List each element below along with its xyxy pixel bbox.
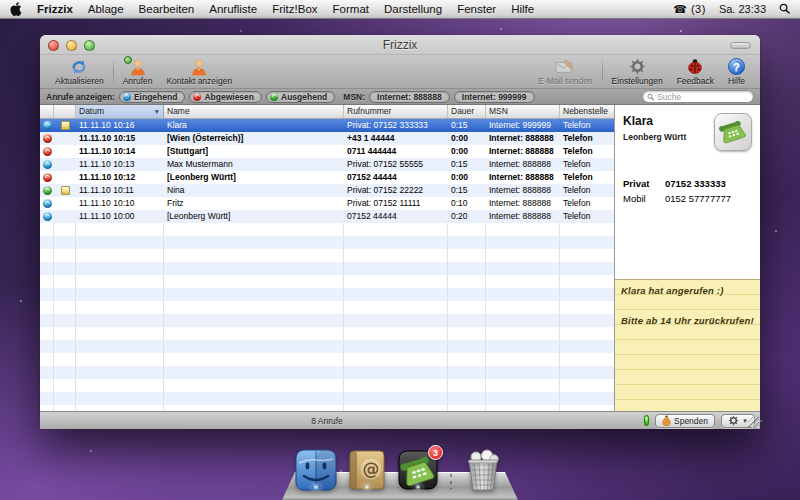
filter-ausgehend[interactable]: Ausgehend: [266, 91, 335, 103]
col-rufnummer[interactable]: Rufnummer: [344, 105, 448, 118]
show-contact-button[interactable]: Kontakt anzeigen: [159, 56, 239, 88]
rejected-call-icon: [43, 173, 52, 182]
dock-addressbook-icon[interactable]: @: [346, 449, 388, 491]
call-row[interactable]: 11.11.10 10:16KlaraPrivat: 07152 3333330…: [40, 119, 614, 132]
apple-menu-icon[interactable]: [10, 2, 22, 16]
filter-abgewiesen[interactable]: Abgewiesen: [189, 91, 262, 103]
call-person-icon: [127, 57, 149, 76]
email-icon: [554, 57, 576, 76]
rufnummer-cell: Privat: 07152 11111: [344, 197, 448, 210]
dock-frizzix-icon[interactable]: 3: [397, 449, 439, 491]
send-email-button[interactable]: E-Mail senden: [531, 56, 599, 88]
note-line: Klara hat angerufen :): [621, 284, 754, 299]
resize-grip[interactable]: [748, 417, 759, 428]
nebenstelle-cell: Telefon: [560, 210, 614, 223]
col-name[interactable]: Name: [164, 105, 344, 118]
dauer-cell: 0:10: [448, 197, 486, 210]
msn-filter-button[interactable]: Internet: 888888: [369, 91, 450, 103]
col-dauer[interactable]: Dauer: [448, 105, 486, 118]
frizzix-window: Frizzix Aktualisieren Anrufen Kontakt an…: [40, 35, 760, 429]
call-row[interactable]: 11.11.10 10:00[Leonberg Württ]07152 4444…: [40, 210, 614, 223]
table-header: Datum▼ Name Rufnummer Dauer MSN Nebenste…: [40, 105, 614, 119]
nebenstelle-cell: Telefon: [560, 171, 614, 184]
datum-cell: 11.11.10 10:13: [76, 158, 164, 171]
nebenstelle-cell: Telefon: [560, 119, 614, 132]
col-note-icon[interactable]: [54, 105, 76, 118]
menu-hilfe[interactable]: Hilfe: [511, 3, 534, 15]
msn-label: MSN:: [343, 92, 365, 102]
close-button[interactable]: [48, 40, 59, 51]
menu-format[interactable]: Format: [333, 3, 369, 15]
phone-label-privat: Privat: [623, 178, 665, 189]
call-button[interactable]: Anrufen: [116, 56, 160, 88]
rufnummer-cell: Privat: 07152 55555: [344, 158, 448, 171]
menu-fenster[interactable]: Fenster: [457, 3, 496, 15]
menu-fritzbox[interactable]: Fritz!Box: [272, 3, 317, 15]
filter-eingehend[interactable]: Eingehend: [119, 91, 185, 103]
col-datum[interactable]: Datum▼: [76, 105, 164, 118]
datum-cell: 11.11.10 10:10: [76, 197, 164, 210]
call-type-cell: [40, 119, 54, 132]
phone-label-mobil: Mobil: [623, 193, 665, 204]
search-input[interactable]: [657, 92, 749, 102]
name-cell: [Wien (Österreich)]: [164, 132, 344, 145]
contact-image: [714, 113, 752, 151]
note-cell: [54, 119, 76, 132]
minimize-button[interactable]: [66, 40, 77, 51]
msn-filter-button[interactable]: Internet: 999999: [454, 91, 535, 103]
call-count: 8 Anrufe: [40, 416, 614, 426]
menu-bearbeiten[interactable]: Bearbeiten: [139, 3, 195, 15]
search-field[interactable]: [642, 90, 754, 103]
msn-cell: Internet: 999999: [486, 119, 560, 132]
menubar-clock[interactable]: Sa. 23:33: [719, 3, 766, 15]
ladybug-icon: [686, 57, 704, 76]
outgoing-call-icon: [43, 186, 52, 195]
menu-frizzix[interactable]: Frizzix: [37, 3, 73, 15]
menu-ablage[interactable]: Ablage: [88, 3, 124, 15]
note-cell: [54, 197, 76, 210]
col-nebenstelle[interactable]: Nebenstelle: [560, 105, 614, 118]
contact-note[interactable]: Klara hat angerufen :) Bitte ab 14 Uhr z…: [615, 279, 760, 411]
note-cell: [54, 171, 76, 184]
col-msn[interactable]: MSN: [486, 105, 560, 118]
incoming-call-icon: [43, 199, 52, 208]
dauer-cell: 0:00: [448, 171, 486, 184]
toolbar-toggle-pill[interactable]: [730, 42, 751, 49]
menu-anrufliste[interactable]: Anrufliste: [209, 3, 257, 15]
dauer-cell: 0:20: [448, 210, 486, 223]
nebenstelle-cell: Telefon: [560, 158, 614, 171]
call-row[interactable]: 11.11.10 10:10FritzPrivat: 07152 111110:…: [40, 197, 614, 210]
dock-finder-icon[interactable]: [295, 449, 337, 491]
note-cell: [54, 145, 76, 158]
zoom-button[interactable]: [84, 40, 95, 51]
dock-trash-icon[interactable]: [463, 449, 505, 491]
phone-number-privat: 07152 333333: [665, 178, 752, 189]
rufnummer-cell: 07152 44444: [344, 210, 448, 223]
toolbar: Aktualisieren Anrufen Kontakt anzeigen E…: [40, 55, 760, 88]
call-row[interactable]: 11.11.10 10:13Max MustermannPrivat: 0715…: [40, 158, 614, 171]
help-button[interactable]: ? Hilfe: [721, 56, 752, 88]
feedback-button[interactable]: Feedback: [670, 56, 721, 88]
toolbar-separator: [113, 58, 114, 86]
donate-button[interactable]: Spenden: [655, 414, 715, 428]
call-type-cell: [40, 145, 54, 158]
menubar-phone-status[interactable]: ☎ (3): [673, 3, 706, 16]
msn-cell: Internet: 888888: [486, 158, 560, 171]
note-line: Bitte ab 14 Uhr zurückrufen!: [621, 314, 754, 329]
title-bar[interactable]: Frizzix: [40, 35, 760, 55]
name-cell: Nina: [164, 184, 344, 197]
msn-cell: Internet: 888888: [486, 197, 560, 210]
call-row[interactable]: 11.11.10 10:15[Wien (Österreich)]+43 1 4…: [40, 132, 614, 145]
col-type-icon[interactable]: [40, 105, 54, 118]
settings-button[interactable]: Einstellungen: [605, 56, 670, 88]
menu-darstellung[interactable]: Darstellung: [384, 3, 442, 15]
call-row[interactable]: 11.11.10 10:11NinaPrivat: 07152 222220:1…: [40, 184, 614, 197]
spotlight-icon[interactable]: [779, 3, 790, 16]
call-row[interactable]: 11.11.10 10:12[Leonberg Württ]07152 4444…: [40, 171, 614, 184]
call-row[interactable]: 11.11.10 10:14[Stuttgart]0711 4444440:00…: [40, 145, 614, 158]
note-cell: [54, 132, 76, 145]
refresh-button[interactable]: Aktualisieren: [48, 56, 111, 88]
status-bar: 8 Anrufe Spenden ▼: [40, 411, 760, 429]
call-type-cell: [40, 184, 54, 197]
msn-cell: Internet: 888888: [486, 132, 560, 145]
